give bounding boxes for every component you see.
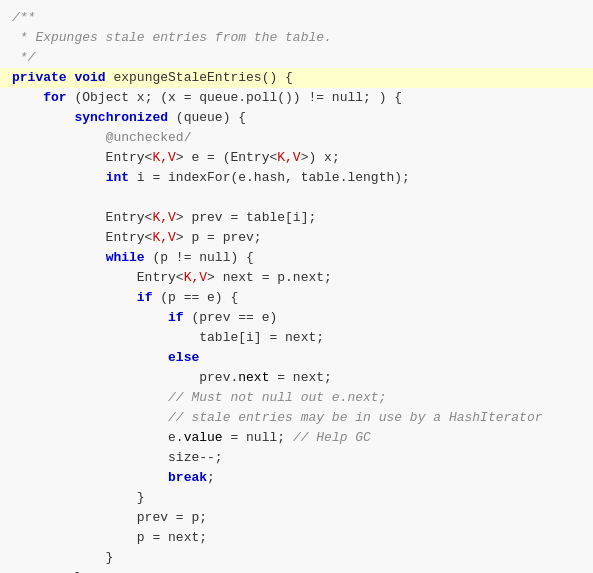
code-line: * Expunges stale entries from the table. xyxy=(0,28,593,48)
line-content: /** xyxy=(12,8,581,28)
token-plain: Entry< xyxy=(12,230,152,245)
line-content: e.value = null; // Help GC xyxy=(12,428,581,448)
token-comment: */ xyxy=(12,50,35,65)
code-line: // Must not null out e.next; xyxy=(0,388,593,408)
token-plain: ; xyxy=(207,470,215,485)
line-content: break; xyxy=(12,468,581,488)
token-plain: (queue) { xyxy=(168,110,246,125)
token-plain: expungeStaleEntries() { xyxy=(106,70,293,85)
token-plain xyxy=(12,350,168,365)
token-keyword: for xyxy=(43,90,66,105)
token-keyword: synchronized xyxy=(74,110,168,125)
token-keyword: else xyxy=(168,350,199,365)
line-content: } xyxy=(12,568,581,573)
token-generic: K,V xyxy=(152,230,175,245)
token-plain: table[i] = next; xyxy=(12,330,324,345)
code-container: /** * Expunges stale entries from the ta… xyxy=(0,0,593,573)
token-annotation: @unchecked/ xyxy=(106,130,192,145)
token-plain: > prev = table[i]; xyxy=(176,210,316,225)
token-plain: Entry< xyxy=(12,150,152,165)
code-line: while (p != null) { xyxy=(0,248,593,268)
token-comment: /** xyxy=(12,10,35,25)
line-content: prev = p; xyxy=(12,508,581,528)
token-comment: // stale entries may be in use by a Hash… xyxy=(168,410,542,425)
token-comment: * Expunges stale entries from the table. xyxy=(12,30,332,45)
line-content xyxy=(12,188,581,208)
line-content: if (p == e) { xyxy=(12,288,581,308)
token-plain: (prev == e) xyxy=(184,310,278,325)
code-line: @unchecked/ xyxy=(0,128,593,148)
token-plain: prev. xyxy=(12,370,238,385)
token-plain: size--; xyxy=(12,450,223,465)
line-content: size--; xyxy=(12,448,581,468)
line-content: table[i] = next; xyxy=(12,328,581,348)
line-content: Entry<K,V> next = p.next; xyxy=(12,268,581,288)
line-content: if (prev == e) xyxy=(12,308,581,328)
line-content: Entry<K,V> prev = table[i]; xyxy=(12,208,581,228)
code-line: /** xyxy=(0,8,593,28)
token-plain xyxy=(12,110,74,125)
line-content: @unchecked/ xyxy=(12,128,581,148)
token-generic: K,V xyxy=(184,270,207,285)
token-plain: > next = p.next; xyxy=(207,270,332,285)
line-content: * Expunges stale entries from the table. xyxy=(12,28,581,48)
code-line: prev.next = next; xyxy=(0,368,593,388)
code-line: else xyxy=(0,348,593,368)
line-content: else xyxy=(12,348,581,368)
line-content: // Must not null out e.next; xyxy=(12,388,581,408)
code-line: if (p == e) { xyxy=(0,288,593,308)
code-line: break; xyxy=(0,468,593,488)
token-plain: p = next; xyxy=(12,530,207,545)
code-line: synchronized (queue) { xyxy=(0,108,593,128)
line-content: private void expungeStaleEntries() { xyxy=(12,68,581,88)
code-line: } xyxy=(0,488,593,508)
token-plain: > p = prev; xyxy=(176,230,262,245)
token-plain xyxy=(12,90,43,105)
code-line: table[i] = next; xyxy=(0,328,593,348)
token-generic: K,V xyxy=(152,150,175,165)
token-plain: = next; xyxy=(269,370,331,385)
token-plain xyxy=(12,250,106,265)
token-plain xyxy=(12,410,168,425)
code-line: for (Object x; (x = queue.poll()) != nul… xyxy=(0,88,593,108)
line-content: } xyxy=(12,548,581,568)
token-generic: K,V xyxy=(152,210,175,225)
token-plain: (Object x; (x = queue.poll()) != null; )… xyxy=(67,90,402,105)
line-content: synchronized (queue) { xyxy=(12,108,581,128)
code-line: size--; xyxy=(0,448,593,468)
code-line: Entry<K,V> next = p.next; xyxy=(0,268,593,288)
line-content: */ xyxy=(12,48,581,68)
line-content: int i = indexFor(e.hash, table.length); xyxy=(12,168,581,188)
line-content: for (Object x; (x = queue.poll()) != nul… xyxy=(12,88,581,108)
token-comment: // Must not null out e.next; xyxy=(168,390,386,405)
token-plain: = null; xyxy=(223,430,293,445)
token-plain xyxy=(12,390,168,405)
token-plain xyxy=(12,130,106,145)
token-plain xyxy=(12,290,137,305)
line-content: prev.next = next; xyxy=(12,368,581,388)
token-plain: (p != null) { xyxy=(145,250,254,265)
token-keyword: if xyxy=(137,290,153,305)
code-line: Entry<K,V> prev = table[i]; xyxy=(0,208,593,228)
code-line: if (prev == e) xyxy=(0,308,593,328)
line-content: while (p != null) { xyxy=(12,248,581,268)
token-plain: } xyxy=(12,490,145,505)
token-field: value xyxy=(184,430,223,445)
code-line: Entry<K,V> p = prev; xyxy=(0,228,593,248)
code-line: */ xyxy=(0,48,593,68)
token-plain: e. xyxy=(12,430,184,445)
token-keyword: while xyxy=(106,250,145,265)
code-line: Entry<K,V> e = (Entry<K,V>) x; xyxy=(0,148,593,168)
token-keyword: private xyxy=(12,70,67,85)
token-plain: Entry< xyxy=(12,270,184,285)
token-plain xyxy=(12,310,168,325)
token-field: next xyxy=(238,370,269,385)
token-generic: K,V xyxy=(277,150,300,165)
code-line xyxy=(0,188,593,208)
code-line: e.value = null; // Help GC xyxy=(0,428,593,448)
token-keyword: void xyxy=(74,70,105,85)
token-keyword: int xyxy=(106,170,129,185)
line-content: } xyxy=(12,488,581,508)
token-plain: >) x; xyxy=(301,150,340,165)
code-line: p = next; xyxy=(0,528,593,548)
